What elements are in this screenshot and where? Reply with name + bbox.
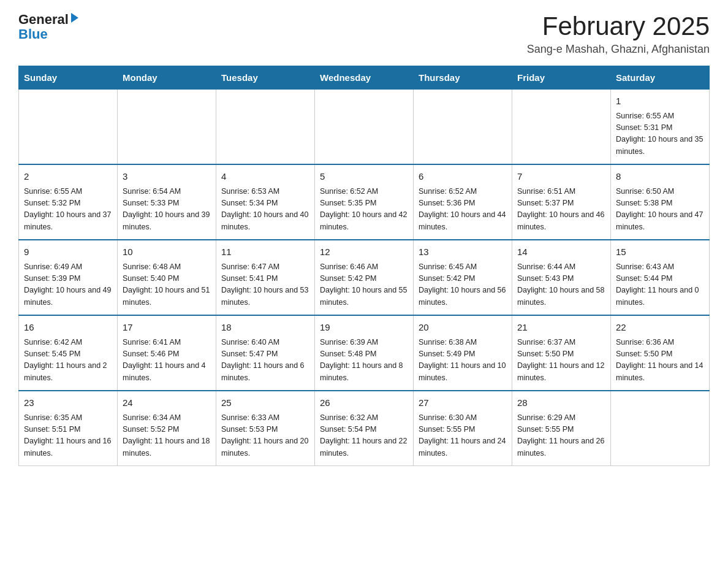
calendar-week-row: 1Sunrise: 6:55 AM Sunset: 5:31 PM Daylig…: [19, 90, 710, 165]
calendar-cell: 25Sunrise: 6:33 AM Sunset: 5:53 PM Dayli…: [216, 391, 315, 466]
calendar-cell: 23Sunrise: 6:35 AM Sunset: 5:51 PM Dayli…: [19, 391, 118, 466]
month-title: February 2025: [527, 12, 710, 40]
day-info: Sunrise: 6:32 AM Sunset: 5:54 PM Dayligh…: [320, 412, 408, 460]
day-info: Sunrise: 6:49 AM Sunset: 5:39 PM Dayligh…: [24, 261, 112, 309]
day-info: Sunrise: 6:48 AM Sunset: 5:40 PM Dayligh…: [123, 261, 211, 309]
day-number: 19: [320, 321, 408, 335]
weekday-header-wednesday: Wednesday: [315, 66, 414, 90]
logo: General Blue: [18, 12, 78, 42]
day-number: 26: [320, 396, 408, 410]
calendar-cell: 7Sunrise: 6:51 AM Sunset: 5:37 PM Daylig…: [512, 164, 611, 240]
day-number: 25: [221, 396, 309, 410]
weekday-header-saturday: Saturday: [611, 66, 710, 90]
day-number: 5: [320, 170, 408, 184]
day-number: 20: [419, 321, 507, 335]
weekday-header-sunday: Sunday: [19, 66, 118, 90]
logo-blue-text: Blue: [18, 27, 48, 42]
location-subtitle: Sang-e Mashah, Ghazni, Afghanistan: [527, 43, 710, 56]
day-number: 10: [123, 245, 211, 259]
calendar-cell: 15Sunrise: 6:43 AM Sunset: 5:44 PM Dayli…: [611, 240, 710, 315]
calendar-week-row: 2Sunrise: 6:55 AM Sunset: 5:32 PM Daylig…: [19, 164, 710, 240]
day-number: 3: [123, 170, 211, 184]
day-info: Sunrise: 6:39 AM Sunset: 5:48 PM Dayligh…: [320, 337, 408, 385]
day-info: Sunrise: 6:45 AM Sunset: 5:42 PM Dayligh…: [419, 261, 507, 309]
day-number: 6: [419, 170, 507, 184]
calendar-cell: 26Sunrise: 6:32 AM Sunset: 5:54 PM Dayli…: [315, 391, 414, 466]
calendar-cell: 2Sunrise: 6:55 AM Sunset: 5:32 PM Daylig…: [19, 164, 118, 240]
day-info: Sunrise: 6:55 AM Sunset: 5:31 PM Dayligh…: [616, 110, 704, 158]
day-number: 9: [24, 245, 112, 259]
weekday-header-row: SundayMondayTuesdayWednesdayThursdayFrid…: [19, 66, 710, 90]
day-number: 7: [517, 170, 605, 184]
day-info: Sunrise: 6:38 AM Sunset: 5:49 PM Dayligh…: [419, 337, 507, 385]
day-info: Sunrise: 6:54 AM Sunset: 5:33 PM Dayligh…: [123, 186, 211, 234]
calendar-cell: 24Sunrise: 6:34 AM Sunset: 5:52 PM Dayli…: [118, 391, 216, 466]
calendar-cell: 6Sunrise: 6:52 AM Sunset: 5:36 PM Daylig…: [414, 164, 512, 240]
day-info: Sunrise: 6:44 AM Sunset: 5:43 PM Dayligh…: [517, 261, 605, 309]
weekday-header-monday: Monday: [118, 66, 216, 90]
weekday-header-tuesday: Tuesday: [216, 66, 315, 90]
calendar-cell: [216, 90, 315, 165]
day-number: 12: [320, 245, 408, 259]
title-area: February 2025 Sang-e Mashah, Ghazni, Afg…: [527, 12, 710, 56]
day-info: Sunrise: 6:30 AM Sunset: 5:55 PM Dayligh…: [419, 412, 507, 460]
day-info: Sunrise: 6:52 AM Sunset: 5:36 PM Dayligh…: [419, 186, 507, 234]
calendar-cell: 11Sunrise: 6:47 AM Sunset: 5:41 PM Dayli…: [216, 240, 315, 315]
calendar-table: SundayMondayTuesdayWednesdayThursdayFrid…: [18, 66, 710, 466]
day-info: Sunrise: 6:35 AM Sunset: 5:51 PM Dayligh…: [24, 412, 112, 460]
calendar-cell: 10Sunrise: 6:48 AM Sunset: 5:40 PM Dayli…: [118, 240, 216, 315]
calendar-cell: 5Sunrise: 6:52 AM Sunset: 5:35 PM Daylig…: [315, 164, 414, 240]
weekday-header-friday: Friday: [512, 66, 611, 90]
day-number: 13: [419, 245, 507, 259]
day-info: Sunrise: 6:37 AM Sunset: 5:50 PM Dayligh…: [517, 337, 605, 385]
calendar-week-row: 9Sunrise: 6:49 AM Sunset: 5:39 PM Daylig…: [19, 240, 710, 315]
calendar-cell: 22Sunrise: 6:36 AM Sunset: 5:50 PM Dayli…: [611, 315, 710, 391]
logo-general-text: General: [18, 12, 69, 27]
day-info: Sunrise: 6:36 AM Sunset: 5:50 PM Dayligh…: [616, 337, 704, 385]
day-info: Sunrise: 6:46 AM Sunset: 5:42 PM Dayligh…: [320, 261, 408, 309]
calendar-cell: [414, 90, 512, 165]
calendar-cell: 12Sunrise: 6:46 AM Sunset: 5:42 PM Dayli…: [315, 240, 414, 315]
page-header: General Blue February 2025 Sang-e Mashah…: [18, 12, 710, 56]
day-info: Sunrise: 6:55 AM Sunset: 5:32 PM Dayligh…: [24, 186, 112, 234]
day-info: Sunrise: 6:52 AM Sunset: 5:35 PM Dayligh…: [320, 186, 408, 234]
calendar-cell: 28Sunrise: 6:29 AM Sunset: 5:55 PM Dayli…: [512, 391, 611, 466]
day-info: Sunrise: 6:34 AM Sunset: 5:52 PM Dayligh…: [123, 412, 211, 460]
logo-arrow-icon: [71, 13, 78, 23]
day-info: Sunrise: 6:42 AM Sunset: 5:45 PM Dayligh…: [24, 337, 112, 385]
calendar-cell: [512, 90, 611, 165]
calendar-cell: 18Sunrise: 6:40 AM Sunset: 5:47 PM Dayli…: [216, 315, 315, 391]
day-info: Sunrise: 6:51 AM Sunset: 5:37 PM Dayligh…: [517, 186, 605, 234]
weekday-header-thursday: Thursday: [414, 66, 512, 90]
day-info: Sunrise: 6:47 AM Sunset: 5:41 PM Dayligh…: [221, 261, 309, 309]
day-number: 17: [123, 321, 211, 335]
calendar-cell: 4Sunrise: 6:53 AM Sunset: 5:34 PM Daylig…: [216, 164, 315, 240]
calendar-cell: 20Sunrise: 6:38 AM Sunset: 5:49 PM Dayli…: [414, 315, 512, 391]
calendar-cell: [611, 391, 710, 466]
day-number: 8: [616, 170, 704, 184]
day-info: Sunrise: 6:29 AM Sunset: 5:55 PM Dayligh…: [517, 412, 605, 460]
day-number: 21: [517, 321, 605, 335]
day-number: 27: [419, 396, 507, 410]
day-number: 11: [221, 245, 309, 259]
calendar-week-row: 23Sunrise: 6:35 AM Sunset: 5:51 PM Dayli…: [19, 391, 710, 466]
day-info: Sunrise: 6:53 AM Sunset: 5:34 PM Dayligh…: [221, 186, 309, 234]
calendar-cell: 8Sunrise: 6:50 AM Sunset: 5:38 PM Daylig…: [611, 164, 710, 240]
day-info: Sunrise: 6:40 AM Sunset: 5:47 PM Dayligh…: [221, 337, 309, 385]
calendar-cell: 21Sunrise: 6:37 AM Sunset: 5:50 PM Dayli…: [512, 315, 611, 391]
day-number: 4: [221, 170, 309, 184]
calendar-cell: 17Sunrise: 6:41 AM Sunset: 5:46 PM Dayli…: [118, 315, 216, 391]
calendar-cell: 27Sunrise: 6:30 AM Sunset: 5:55 PM Dayli…: [414, 391, 512, 466]
day-number: 14: [517, 245, 605, 259]
day-number: 22: [616, 321, 704, 335]
calendar-cell: 3Sunrise: 6:54 AM Sunset: 5:33 PM Daylig…: [118, 164, 216, 240]
calendar-cell: 19Sunrise: 6:39 AM Sunset: 5:48 PM Dayli…: [315, 315, 414, 391]
calendar-cell: 9Sunrise: 6:49 AM Sunset: 5:39 PM Daylig…: [19, 240, 118, 315]
calendar-cell: [118, 90, 216, 165]
day-number: 1: [616, 94, 704, 109]
calendar-cell: 13Sunrise: 6:45 AM Sunset: 5:42 PM Dayli…: [414, 240, 512, 315]
calendar-cell: 14Sunrise: 6:44 AM Sunset: 5:43 PM Dayli…: [512, 240, 611, 315]
calendar-cell: 16Sunrise: 6:42 AM Sunset: 5:45 PM Dayli…: [19, 315, 118, 391]
day-info: Sunrise: 6:43 AM Sunset: 5:44 PM Dayligh…: [616, 261, 704, 309]
day-number: 2: [24, 170, 112, 184]
